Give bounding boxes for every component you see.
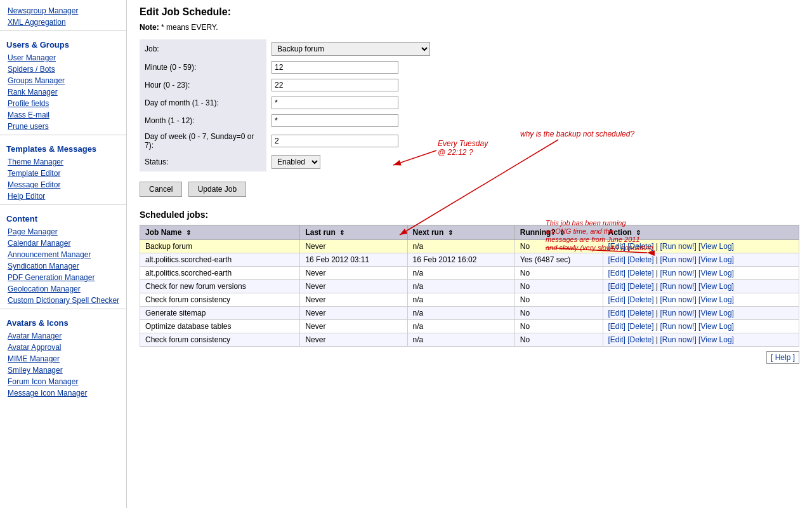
sidebar-item-syndication-manager[interactable]: Syndication Manager — [0, 260, 126, 272]
col-last-run[interactable]: Last run ⇕ — [300, 225, 407, 240]
sidebar-item-smiley-manager[interactable]: Smiley Manager — [0, 364, 126, 376]
sidebar-item-geolocation-manager[interactable]: Geolocation Manager — [0, 283, 126, 295]
next-run-cell: n/a — [407, 293, 514, 307]
sidebar-item-profile-fields[interactable]: Profile fields — [0, 98, 126, 109]
month-input[interactable]: * — [272, 114, 398, 127]
edit-link[interactable]: [Edit] — [608, 335, 625, 344]
job-name-cell: Optimize database tables — [140, 320, 300, 333]
form-row-minute: Minute (0 - 59): 12 — [140, 58, 435, 76]
sidebar-item-xml-aggregation[interactable]: XML Aggregation — [0, 17, 126, 28]
sidebar-item-message-icon-manager[interactable]: Message Icon Manager — [0, 387, 126, 399]
table-row: Generate sitemapNevern/aNo[Edit] [Delete… — [140, 307, 799, 320]
sidebar-item-mime-manager[interactable]: MIME Manager — [0, 353, 126, 364]
hour-input[interactable]: 22 — [272, 79, 398, 91]
table-row: Check for new forum versionsNevern/aNo[E… — [140, 280, 799, 293]
minute-input[interactable]: 12 — [272, 61, 398, 74]
delete-link[interactable]: [Delete] — [627, 282, 653, 291]
view-log-link[interactable]: [View Log] — [698, 335, 734, 344]
edit-link[interactable]: [Edit] — [608, 269, 625, 277]
delete-link[interactable]: [Delete] — [627, 295, 653, 304]
form-row-day-of-week: Day of week (0 - 7, Sunday=0 or 7): 2 — [140, 130, 435, 152]
view-log-link[interactable]: [View Log] — [698, 255, 734, 264]
run-now-link[interactable]: [Run now!] — [660, 255, 696, 264]
sidebar-item-newsgroup-manager[interactable]: Newsgroup Manager — [0, 5, 126, 17]
table-row: Backup forumNevern/aNo[Edit] [Delete] | … — [140, 240, 799, 253]
delete-link[interactable]: [Delete] — [627, 335, 653, 344]
edit-link[interactable]: [Edit] — [608, 295, 625, 304]
status-select[interactable]: Enabled Disabled — [272, 155, 320, 169]
sidebar-item-mass-email[interactable]: Mass E-mail — [0, 109, 126, 121]
delete-link[interactable]: [Delete] — [627, 255, 653, 264]
day-of-week-input[interactable]: 2 — [272, 135, 398, 147]
view-log-link[interactable]: [View Log] — [698, 242, 734, 251]
col-action[interactable]: Action ⇕ — [603, 225, 799, 240]
edit-job-form: Job: Backup forum alt.politics.scorched-… — [140, 39, 435, 171]
job-name-cell: Check for new forum versions — [140, 280, 300, 293]
update-job-button[interactable]: Update Job — [188, 182, 246, 197]
sidebar-item-custom-dictionary-spell-checker[interactable]: Custom Dictionary Spell Checker — [0, 295, 126, 306]
job-name-cell: Check forum consistency — [140, 293, 300, 307]
sidebar-item-rank-manager[interactable]: Rank Manager — [0, 86, 126, 98]
view-log-link[interactable]: [View Log] — [698, 295, 734, 304]
sidebar-item-prune-users[interactable]: Prune users — [0, 121, 126, 132]
cancel-button[interactable]: Cancel — [140, 182, 182, 197]
last-run-cell: Never — [300, 240, 407, 253]
table-row: alt.politics.scorched-earthNevern/aNo[Ed… — [140, 267, 799, 280]
jobs-table: Job Name ⇕ Last run ⇕ Next run ⇕ Running… — [140, 225, 799, 347]
next-run-cell: n/a — [407, 320, 514, 333]
page-title: Edit Job Schedule: — [140, 6, 799, 18]
view-log-link[interactable]: [View Log] — [698, 269, 734, 277]
run-now-link[interactable]: [Run now!] — [660, 269, 696, 277]
sidebar-item-message-editor[interactable]: Message Editor — [0, 179, 126, 190]
sidebar-item-pdf-generation-manager[interactable]: PDF Generation Manager — [0, 272, 126, 283]
edit-link[interactable]: [Edit] — [608, 282, 625, 291]
sidebar-item-avatar-approval[interactable]: Avatar Approval — [0, 342, 126, 353]
running-cell: No — [514, 333, 603, 347]
sort-job-name-icon: ⇕ — [186, 229, 191, 236]
action-cell: [Edit] [Delete] | [Run now!] [View Log] — [603, 320, 799, 333]
action-cell: [Edit] [Delete] | [Run now!] [View Log] — [603, 280, 799, 293]
action-cell: [Edit] [Delete] | [Run now!] [View Log] — [603, 267, 799, 280]
next-run-cell: n/a — [407, 240, 514, 253]
delete-link[interactable]: [Delete] — [627, 269, 653, 277]
table-row: Check forum consistencyNevern/aNo[Edit] … — [140, 293, 799, 307]
edit-link[interactable]: [Edit] — [608, 242, 625, 251]
sidebar-item-template-editor[interactable]: Template Editor — [0, 168, 126, 179]
sidebar-item-user-manager[interactable]: User Manager — [0, 52, 126, 64]
delete-link[interactable]: [Delete] — [627, 309, 653, 318]
last-run-cell: Never — [300, 320, 407, 333]
edit-link[interactable]: [Edit] — [608, 309, 625, 318]
run-now-link[interactable]: [Run now!] — [660, 322, 696, 331]
sidebar-item-theme-manager[interactable]: Theme Manager — [0, 156, 126, 168]
col-job-name[interactable]: Job Name ⇕ — [140, 225, 300, 240]
help-link[interactable]: [ Help ] — [766, 351, 799, 364]
sidebar-item-groups-manager[interactable]: Groups Manager — [0, 75, 126, 86]
minute-label: Minute (0 - 59): — [140, 58, 266, 76]
sidebar-item-help-editor[interactable]: Help Editor — [0, 190, 126, 202]
run-now-link[interactable]: [Run now!] — [660, 295, 696, 304]
col-running[interactable]: Running? ⇕ — [514, 225, 603, 240]
delete-link[interactable]: [Delete] — [627, 322, 653, 331]
run-now-link[interactable]: [Run now!] — [660, 335, 696, 344]
sidebar-item-calendar-manager[interactable]: Calendar Manager — [0, 237, 126, 249]
run-now-link[interactable]: [Run now!] — [660, 282, 696, 291]
sidebar-item-forum-icon-manager[interactable]: Forum Icon Manager — [0, 376, 126, 387]
delete-link[interactable]: [Delete] — [627, 242, 653, 251]
edit-link[interactable]: [Edit] — [608, 255, 625, 264]
job-select[interactable]: Backup forum alt.politics.scorched-earth… — [272, 42, 430, 56]
view-log-link[interactable]: [View Log] — [698, 322, 734, 331]
col-next-run[interactable]: Next run ⇕ — [407, 225, 514, 240]
view-log-link[interactable]: [View Log] — [698, 282, 734, 291]
run-now-link[interactable]: [Run now!] — [660, 309, 696, 318]
view-log-link[interactable]: [View Log] — [698, 309, 734, 318]
running-cell: No — [514, 280, 603, 293]
run-now-link[interactable]: [Run now!] — [660, 242, 696, 251]
day-of-month-input[interactable]: * — [272, 97, 398, 109]
sidebar-item-avatar-manager[interactable]: Avatar Manager — [0, 330, 126, 342]
running-cell: No — [514, 320, 603, 333]
edit-link[interactable]: [Edit] — [608, 322, 625, 331]
sidebar-item-announcement-manager[interactable]: Announcement Manager — [0, 249, 126, 260]
sidebar-item-page-manager[interactable]: Page Manager — [0, 226, 126, 237]
sidebar-item-spiders-bots[interactable]: Spiders / Bots — [0, 64, 126, 75]
table-row: alt.politics.scorched-earth16 Feb 2012 0… — [140, 253, 799, 267]
